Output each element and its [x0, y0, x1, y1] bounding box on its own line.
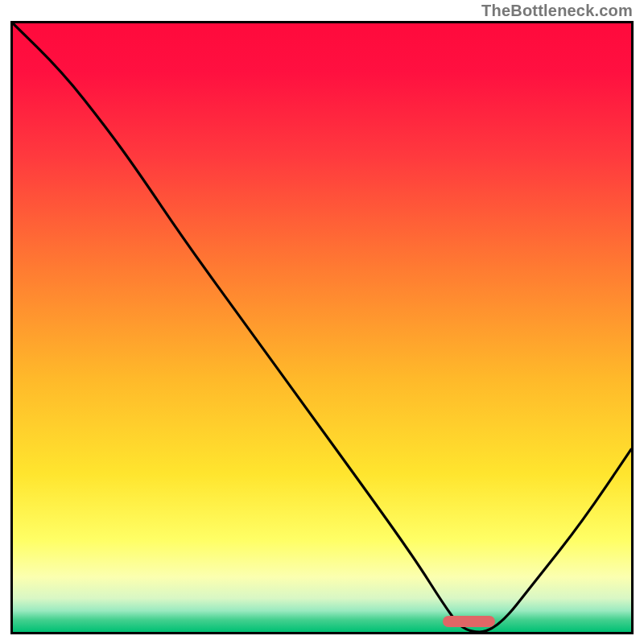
watermark-text: TheBottleneck.com: [481, 2, 633, 20]
optimal-range-marker: [443, 616, 495, 627]
chart-curve: [13, 23, 631, 632]
chart-plot-area: [10, 21, 634, 634]
